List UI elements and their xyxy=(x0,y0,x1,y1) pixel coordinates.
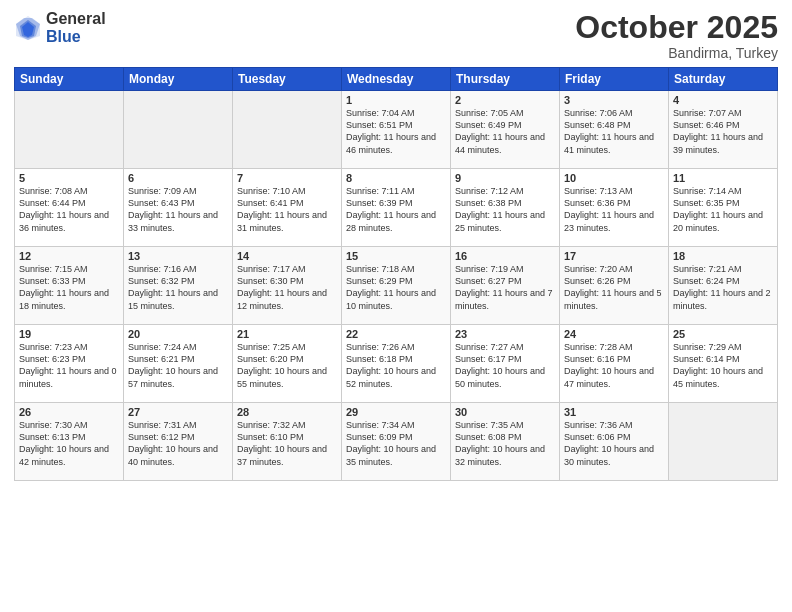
cell-detail: Sunrise: 7:16 AM Sunset: 6:32 PM Dayligh… xyxy=(128,263,228,312)
day-number: 12 xyxy=(19,250,119,262)
day-number: 16 xyxy=(455,250,555,262)
cell-detail: Sunrise: 7:09 AM Sunset: 6:43 PM Dayligh… xyxy=(128,185,228,234)
calendar-cell xyxy=(124,91,233,169)
calendar-cell: 15Sunrise: 7:18 AM Sunset: 6:29 PM Dayli… xyxy=(342,247,451,325)
calendar-cell: 6Sunrise: 7:09 AM Sunset: 6:43 PM Daylig… xyxy=(124,169,233,247)
cell-detail: Sunrise: 7:15 AM Sunset: 6:33 PM Dayligh… xyxy=(19,263,119,312)
calendar-header: Sunday Monday Tuesday Wednesday Thursday… xyxy=(15,68,778,91)
cell-detail: Sunrise: 7:31 AM Sunset: 6:12 PM Dayligh… xyxy=(128,419,228,468)
cell-detail: Sunrise: 7:26 AM Sunset: 6:18 PM Dayligh… xyxy=(346,341,446,390)
calendar-cell: 23Sunrise: 7:27 AM Sunset: 6:17 PM Dayli… xyxy=(451,325,560,403)
cell-detail: Sunrise: 7:11 AM Sunset: 6:39 PM Dayligh… xyxy=(346,185,446,234)
day-number: 25 xyxy=(673,328,773,340)
day-number: 23 xyxy=(455,328,555,340)
day-number: 28 xyxy=(237,406,337,418)
calendar-cell: 25Sunrise: 7:29 AM Sunset: 6:14 PM Dayli… xyxy=(669,325,778,403)
cell-detail: Sunrise: 7:05 AM Sunset: 6:49 PM Dayligh… xyxy=(455,107,555,156)
col-friday: Friday xyxy=(560,68,669,91)
header: General Blue October 2025 Bandirma, Turk… xyxy=(14,10,778,61)
cell-detail: Sunrise: 7:18 AM Sunset: 6:29 PM Dayligh… xyxy=(346,263,446,312)
cell-detail: Sunrise: 7:32 AM Sunset: 6:10 PM Dayligh… xyxy=(237,419,337,468)
calendar-cell: 30Sunrise: 7:35 AM Sunset: 6:08 PM Dayli… xyxy=(451,403,560,481)
day-number: 26 xyxy=(19,406,119,418)
calendar-cell: 1Sunrise: 7:04 AM Sunset: 6:51 PM Daylig… xyxy=(342,91,451,169)
calendar-cell: 14Sunrise: 7:17 AM Sunset: 6:30 PM Dayli… xyxy=(233,247,342,325)
calendar-cell: 22Sunrise: 7:26 AM Sunset: 6:18 PM Dayli… xyxy=(342,325,451,403)
calendar-cell: 26Sunrise: 7:30 AM Sunset: 6:13 PM Dayli… xyxy=(15,403,124,481)
col-monday: Monday xyxy=(124,68,233,91)
calendar-cell xyxy=(669,403,778,481)
day-number: 30 xyxy=(455,406,555,418)
day-number: 19 xyxy=(19,328,119,340)
calendar-week-4: 19Sunrise: 7:23 AM Sunset: 6:23 PM Dayli… xyxy=(15,325,778,403)
cell-detail: Sunrise: 7:34 AM Sunset: 6:09 PM Dayligh… xyxy=(346,419,446,468)
calendar-cell: 19Sunrise: 7:23 AM Sunset: 6:23 PM Dayli… xyxy=(15,325,124,403)
title-block: October 2025 Bandirma, Turkey xyxy=(575,10,778,61)
day-number: 13 xyxy=(128,250,228,262)
calendar-cell xyxy=(233,91,342,169)
calendar-cell: 28Sunrise: 7:32 AM Sunset: 6:10 PM Dayli… xyxy=(233,403,342,481)
calendar-cell: 27Sunrise: 7:31 AM Sunset: 6:12 PM Dayli… xyxy=(124,403,233,481)
cell-detail: Sunrise: 7:27 AM Sunset: 6:17 PM Dayligh… xyxy=(455,341,555,390)
cell-detail: Sunrise: 7:21 AM Sunset: 6:24 PM Dayligh… xyxy=(673,263,773,312)
calendar-body: 1Sunrise: 7:04 AM Sunset: 6:51 PM Daylig… xyxy=(15,91,778,481)
calendar-cell: 7Sunrise: 7:10 AM Sunset: 6:41 PM Daylig… xyxy=(233,169,342,247)
col-saturday: Saturday xyxy=(669,68,778,91)
day-number: 17 xyxy=(564,250,664,262)
cell-detail: Sunrise: 7:06 AM Sunset: 6:48 PM Dayligh… xyxy=(564,107,664,156)
calendar-cell: 3Sunrise: 7:06 AM Sunset: 6:48 PM Daylig… xyxy=(560,91,669,169)
day-number: 8 xyxy=(346,172,446,184)
cell-detail: Sunrise: 7:12 AM Sunset: 6:38 PM Dayligh… xyxy=(455,185,555,234)
cell-detail: Sunrise: 7:30 AM Sunset: 6:13 PM Dayligh… xyxy=(19,419,119,468)
col-sunday: Sunday xyxy=(15,68,124,91)
cell-detail: Sunrise: 7:10 AM Sunset: 6:41 PM Dayligh… xyxy=(237,185,337,234)
day-number: 4 xyxy=(673,94,773,106)
col-thursday: Thursday xyxy=(451,68,560,91)
location-subtitle: Bandirma, Turkey xyxy=(575,45,778,61)
logo-blue-text: Blue xyxy=(46,28,106,46)
day-number: 15 xyxy=(346,250,446,262)
cell-detail: Sunrise: 7:23 AM Sunset: 6:23 PM Dayligh… xyxy=(19,341,119,390)
calendar-cell: 12Sunrise: 7:15 AM Sunset: 6:33 PM Dayli… xyxy=(15,247,124,325)
day-number: 20 xyxy=(128,328,228,340)
day-number: 11 xyxy=(673,172,773,184)
cell-detail: Sunrise: 7:36 AM Sunset: 6:06 PM Dayligh… xyxy=(564,419,664,468)
cell-detail: Sunrise: 7:04 AM Sunset: 6:51 PM Dayligh… xyxy=(346,107,446,156)
calendar-cell: 16Sunrise: 7:19 AM Sunset: 6:27 PM Dayli… xyxy=(451,247,560,325)
day-number: 5 xyxy=(19,172,119,184)
header-row: Sunday Monday Tuesday Wednesday Thursday… xyxy=(15,68,778,91)
calendar-cell: 13Sunrise: 7:16 AM Sunset: 6:32 PM Dayli… xyxy=(124,247,233,325)
day-number: 27 xyxy=(128,406,228,418)
cell-detail: Sunrise: 7:14 AM Sunset: 6:35 PM Dayligh… xyxy=(673,185,773,234)
calendar-cell: 18Sunrise: 7:21 AM Sunset: 6:24 PM Dayli… xyxy=(669,247,778,325)
logo-icon xyxy=(14,14,42,42)
day-number: 10 xyxy=(564,172,664,184)
calendar-cell xyxy=(15,91,124,169)
calendar-week-5: 26Sunrise: 7:30 AM Sunset: 6:13 PM Dayli… xyxy=(15,403,778,481)
day-number: 6 xyxy=(128,172,228,184)
cell-detail: Sunrise: 7:25 AM Sunset: 6:20 PM Dayligh… xyxy=(237,341,337,390)
logo-text: General Blue xyxy=(46,10,106,45)
cell-detail: Sunrise: 7:17 AM Sunset: 6:30 PM Dayligh… xyxy=(237,263,337,312)
calendar-cell: 24Sunrise: 7:28 AM Sunset: 6:16 PM Dayli… xyxy=(560,325,669,403)
calendar-cell: 21Sunrise: 7:25 AM Sunset: 6:20 PM Dayli… xyxy=(233,325,342,403)
calendar-week-1: 1Sunrise: 7:04 AM Sunset: 6:51 PM Daylig… xyxy=(15,91,778,169)
cell-detail: Sunrise: 7:29 AM Sunset: 6:14 PM Dayligh… xyxy=(673,341,773,390)
logo: General Blue xyxy=(14,10,106,45)
calendar-cell: 4Sunrise: 7:07 AM Sunset: 6:46 PM Daylig… xyxy=(669,91,778,169)
calendar-week-2: 5Sunrise: 7:08 AM Sunset: 6:44 PM Daylig… xyxy=(15,169,778,247)
cell-detail: Sunrise: 7:19 AM Sunset: 6:27 PM Dayligh… xyxy=(455,263,555,312)
calendar-cell: 20Sunrise: 7:24 AM Sunset: 6:21 PM Dayli… xyxy=(124,325,233,403)
calendar-cell: 10Sunrise: 7:13 AM Sunset: 6:36 PM Dayli… xyxy=(560,169,669,247)
page: General Blue October 2025 Bandirma, Turk… xyxy=(0,0,792,612)
cell-detail: Sunrise: 7:24 AM Sunset: 6:21 PM Dayligh… xyxy=(128,341,228,390)
cell-detail: Sunrise: 7:07 AM Sunset: 6:46 PM Dayligh… xyxy=(673,107,773,156)
col-wednesday: Wednesday xyxy=(342,68,451,91)
calendar-table: Sunday Monday Tuesday Wednesday Thursday… xyxy=(14,67,778,481)
day-number: 31 xyxy=(564,406,664,418)
calendar-week-3: 12Sunrise: 7:15 AM Sunset: 6:33 PM Dayli… xyxy=(15,247,778,325)
logo-general-text: General xyxy=(46,10,106,28)
day-number: 9 xyxy=(455,172,555,184)
day-number: 14 xyxy=(237,250,337,262)
cell-detail: Sunrise: 7:20 AM Sunset: 6:26 PM Dayligh… xyxy=(564,263,664,312)
